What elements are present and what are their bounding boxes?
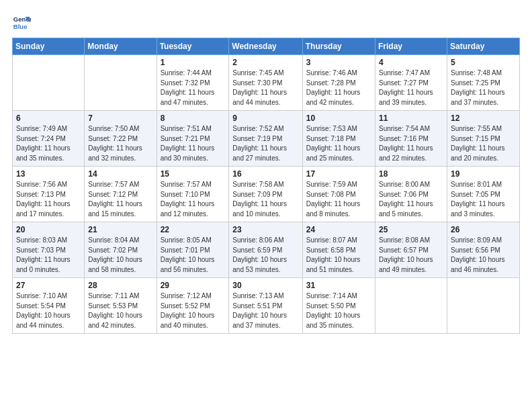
day-number: 26 (451, 225, 516, 234)
day-detail: Sunrise: 8:07 AM Sunset: 6:58 PM Dayligh… (306, 236, 371, 275)
day-detail: Sunrise: 7:51 AM Sunset: 7:21 PM Dayligh… (161, 124, 226, 163)
calendar-cell: 13Sunrise: 7:56 AM Sunset: 7:13 PM Dayli… (13, 167, 85, 222)
day-number: 13 (16, 169, 81, 179)
calendar-cell: 7Sunrise: 7:50 AM Sunset: 7:22 PM Daylig… (85, 111, 157, 167)
day-detail: Sunrise: 7:53 AM Sunset: 7:18 PM Dayligh… (306, 124, 371, 163)
calendar-week-row: 6Sunrise: 7:49 AM Sunset: 7:24 PM Daylig… (13, 111, 520, 167)
day-detail: Sunrise: 7:49 AM Sunset: 7:24 PM Dayligh… (16, 124, 81, 163)
day-number: 29 (161, 281, 226, 290)
day-of-week-header: Monday (85, 38, 157, 55)
calendar-week-row: 1Sunrise: 7:44 AM Sunset: 7:32 PM Daylig… (13, 55, 520, 111)
day-number: 4 (379, 58, 443, 67)
calendar-cell: 6Sunrise: 7:49 AM Sunset: 7:24 PM Daylig… (13, 111, 85, 167)
calendar-cell: 17Sunrise: 7:59 AM Sunset: 7:08 PM Dayli… (302, 167, 375, 222)
calendar-cell (85, 55, 157, 111)
calendar-cell: 21Sunrise: 8:04 AM Sunset: 7:02 PM Dayli… (85, 222, 157, 278)
calendar-cell: 12Sunrise: 7:55 AM Sunset: 7:15 PM Dayli… (447, 111, 519, 167)
calendar-cell: 8Sunrise: 7:51 AM Sunset: 7:21 PM Daylig… (157, 111, 229, 167)
day-number: 9 (232, 113, 298, 123)
day-number: 24 (306, 225, 371, 234)
calendar-cell: 9Sunrise: 7:52 AM Sunset: 7:19 PM Daylig… (229, 111, 302, 167)
day-of-week-header: Saturday (447, 38, 519, 55)
calendar-cell: 23Sunrise: 8:06 AM Sunset: 6:59 PM Dayli… (229, 222, 302, 278)
page: General Blue SundayMondayTuesdayWednesda… (0, 0, 532, 411)
day-detail: Sunrise: 7:47 AM Sunset: 7:27 PM Dayligh… (379, 68, 443, 107)
header: General Blue (12, 12, 520, 31)
calendar-week-row: 13Sunrise: 7:56 AM Sunset: 7:13 PM Dayli… (13, 167, 520, 222)
calendar-cell: 16Sunrise: 7:58 AM Sunset: 7:09 PM Dayli… (229, 167, 302, 222)
calendar-week-row: 20Sunrise: 8:03 AM Sunset: 7:03 PM Dayli… (13, 222, 520, 278)
logo: General Blue (12, 12, 34, 31)
calendar-cell: 4Sunrise: 7:47 AM Sunset: 7:27 PM Daylig… (375, 55, 447, 111)
calendar-cell: 10Sunrise: 7:53 AM Sunset: 7:18 PM Dayli… (302, 111, 375, 167)
day-number: 6 (16, 113, 81, 123)
calendar-week-row: 27Sunrise: 7:10 AM Sunset: 5:54 PM Dayli… (13, 278, 520, 334)
day-detail: Sunrise: 7:56 AM Sunset: 7:13 PM Dayligh… (16, 180, 81, 219)
calendar-cell: 28Sunrise: 7:11 AM Sunset: 5:53 PM Dayli… (85, 278, 157, 334)
day-number: 15 (161, 169, 226, 179)
calendar-cell: 20Sunrise: 8:03 AM Sunset: 7:03 PM Dayli… (13, 222, 85, 278)
day-number: 23 (232, 225, 298, 234)
day-detail: Sunrise: 8:05 AM Sunset: 7:01 PM Dayligh… (161, 236, 226, 275)
day-detail: Sunrise: 7:44 AM Sunset: 7:32 PM Dayligh… (161, 68, 226, 107)
day-number: 20 (16, 225, 81, 234)
day-detail: Sunrise: 8:06 AM Sunset: 6:59 PM Dayligh… (232, 236, 298, 275)
day-of-week-header: Thursday (302, 38, 375, 55)
day-detail: Sunrise: 7:45 AM Sunset: 7:30 PM Dayligh… (232, 68, 298, 107)
day-detail: Sunrise: 7:57 AM Sunset: 7:12 PM Dayligh… (88, 180, 152, 219)
day-number: 31 (306, 281, 371, 290)
day-number: 18 (379, 169, 443, 179)
day-number: 1 (161, 58, 226, 67)
day-detail: Sunrise: 7:48 AM Sunset: 7:25 PM Dayligh… (451, 68, 516, 107)
day-number: 19 (451, 169, 516, 179)
calendar-cell: 19Sunrise: 8:01 AM Sunset: 7:05 PM Dayli… (447, 167, 519, 222)
calendar-cell: 22Sunrise: 8:05 AM Sunset: 7:01 PM Dayli… (157, 222, 229, 278)
day-number: 27 (16, 281, 81, 290)
day-detail: Sunrise: 8:04 AM Sunset: 7:02 PM Dayligh… (88, 236, 152, 275)
day-detail: Sunrise: 8:08 AM Sunset: 6:57 PM Dayligh… (379, 236, 443, 275)
day-number: 21 (88, 225, 152, 234)
calendar-cell: 25Sunrise: 8:08 AM Sunset: 6:57 PM Dayli… (375, 222, 447, 278)
calendar-cell (13, 55, 85, 111)
day-detail: Sunrise: 7:58 AM Sunset: 7:09 PM Dayligh… (232, 180, 298, 219)
day-number: 8 (161, 113, 226, 123)
day-number: 25 (379, 225, 443, 234)
calendar-cell (375, 278, 447, 334)
calendar-cell: 11Sunrise: 7:54 AM Sunset: 7:16 PM Dayli… (375, 111, 447, 167)
calendar-cell: 26Sunrise: 8:09 AM Sunset: 6:56 PM Dayli… (447, 222, 519, 278)
day-detail: Sunrise: 7:14 AM Sunset: 5:50 PM Dayligh… (306, 291, 371, 330)
day-number: 16 (232, 169, 298, 179)
calendar-cell: 15Sunrise: 7:57 AM Sunset: 7:10 PM Dayli… (157, 167, 229, 222)
day-number: 11 (379, 113, 443, 123)
day-detail: Sunrise: 7:55 AM Sunset: 7:15 PM Dayligh… (451, 124, 516, 163)
day-detail: Sunrise: 8:01 AM Sunset: 7:05 PM Dayligh… (451, 180, 516, 219)
day-of-week-header: Sunday (13, 38, 85, 55)
day-number: 22 (161, 225, 226, 234)
day-number: 2 (232, 58, 298, 67)
calendar-cell (447, 278, 519, 334)
day-detail: Sunrise: 7:50 AM Sunset: 7:22 PM Dayligh… (88, 124, 152, 163)
day-number: 14 (88, 169, 152, 179)
days-of-week-row: SundayMondayTuesdayWednesdayThursdayFrid… (13, 38, 520, 55)
day-of-week-header: Friday (375, 38, 447, 55)
calendar-cell: 1Sunrise: 7:44 AM Sunset: 7:32 PM Daylig… (157, 55, 229, 111)
day-detail: Sunrise: 8:09 AM Sunset: 6:56 PM Dayligh… (451, 236, 516, 275)
calendar-cell: 27Sunrise: 7:10 AM Sunset: 5:54 PM Dayli… (13, 278, 85, 334)
day-number: 7 (88, 113, 152, 123)
calendar-table: SundayMondayTuesdayWednesdayThursdayFrid… (12, 38, 520, 334)
calendar-cell: 2Sunrise: 7:45 AM Sunset: 7:30 PM Daylig… (229, 55, 302, 111)
day-number: 5 (451, 58, 516, 67)
calendar-cell: 30Sunrise: 7:13 AM Sunset: 5:51 PM Dayli… (229, 278, 302, 334)
calendar-cell: 24Sunrise: 8:07 AM Sunset: 6:58 PM Dayli… (302, 222, 375, 278)
day-detail: Sunrise: 7:57 AM Sunset: 7:10 PM Dayligh… (161, 180, 226, 219)
day-of-week-header: Tuesday (157, 38, 229, 55)
calendar-cell: 31Sunrise: 7:14 AM Sunset: 5:50 PM Dayli… (302, 278, 375, 334)
day-number: 17 (306, 169, 371, 179)
day-detail: Sunrise: 8:03 AM Sunset: 7:03 PM Dayligh… (16, 236, 81, 275)
calendar-cell: 29Sunrise: 7:12 AM Sunset: 5:52 PM Dayli… (157, 278, 229, 334)
calendar-body: 1Sunrise: 7:44 AM Sunset: 7:32 PM Daylig… (13, 55, 520, 334)
calendar-cell: 14Sunrise: 7:57 AM Sunset: 7:12 PM Dayli… (85, 167, 157, 222)
day-detail: Sunrise: 7:46 AM Sunset: 7:28 PM Dayligh… (306, 68, 371, 107)
day-detail: Sunrise: 7:54 AM Sunset: 7:16 PM Dayligh… (379, 124, 443, 163)
day-detail: Sunrise: 7:52 AM Sunset: 7:19 PM Dayligh… (232, 124, 298, 163)
